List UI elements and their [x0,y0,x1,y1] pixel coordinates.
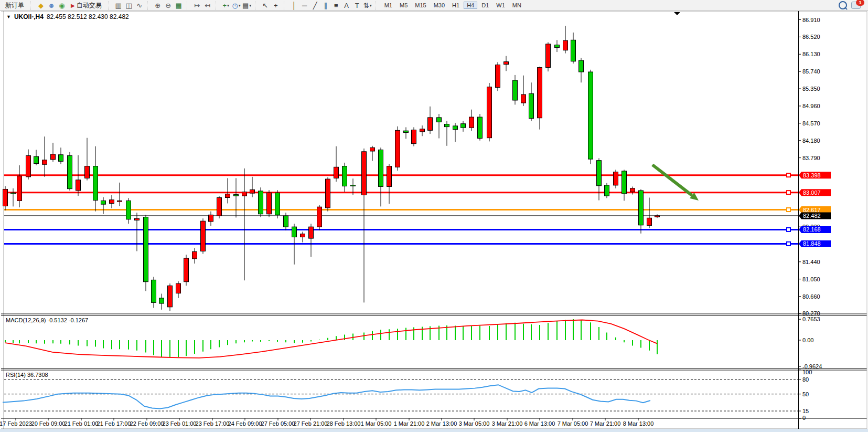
svg-text:28 Feb 13:00: 28 Feb 13:00 [327,420,361,427]
notification-badge: 1 [856,0,864,6]
toolbar-separator [108,2,111,9]
svg-text:7 Mar 21:00: 7 Mar 21:00 [590,420,621,427]
tile-windows-icon[interactable]: ▦ [174,1,184,10]
toolbar-separator [187,2,190,9]
line-chart-icon[interactable]: ∿ [135,1,144,10]
svg-text:81.050: 81.050 [802,276,820,282]
timeframe-h1-button[interactable]: H1 [449,2,463,9]
svg-text:23 Feb 17:00: 23 Feb 17:00 [196,420,230,427]
svg-text:83.790: 83.790 [802,155,820,161]
svg-text:20 Feb 09:00: 20 Feb 09:00 [31,420,66,427]
svg-text:21 Feb 01:00: 21 Feb 01:00 [65,420,99,427]
svg-text:86.520: 86.520 [802,34,820,40]
toolbar-separator [147,2,151,9]
symbol-period-label: UKOil-,H4 [14,13,44,20]
svg-text:82.482: 82.482 [803,213,821,219]
timeframe-w1-button[interactable]: W1 [493,2,508,9]
vertical-line-icon[interactable]: │ [290,1,299,10]
timeframe-m1-button[interactable]: M1 [381,2,395,9]
svg-text:27 Feb 05:00: 27 Feb 05:00 [261,420,295,427]
toolbar-separator [376,2,379,9]
period-icon-caret[interactable]: ▾ [239,1,241,10]
status-strip [0,429,868,432]
price-chart-canvas[interactable]: 86.91086.52086.13085.74085.35084.96084.5… [0,0,868,432]
main-toolbar: 新订单◆☻◉▶自动交易▥◫∿⊕⊖▦↦↤+▾◷▾▤▾↖+│─╱∥≡AT⇅▾M1M5… [0,0,868,11]
ohlc-quote-label: 82.455 82.512 82.430 82.482 [47,13,129,20]
new-order-button[interactable]: 新订单 [2,1,27,10]
symbol-dropdown-icon[interactable]: ▼ [6,14,11,19]
bar-chart-icon[interactable]: ▥ [114,1,123,10]
svg-text:3 Mar 21:00: 3 Mar 21:00 [492,420,523,427]
arrows-icon[interactable]: ⇅▾ [363,1,372,10]
svg-text:84.180: 84.180 [802,138,820,144]
timeframe-d1-button[interactable]: D1 [478,2,492,9]
svg-text:86.910: 86.910 [802,17,820,23]
svg-text:100: 100 [802,369,812,375]
zoom-in-icon[interactable]: ⊕ [153,1,163,10]
template-icon-caret[interactable]: ▾ [249,1,251,10]
svg-text:0.7653: 0.7653 [802,316,820,322]
auto-trading-button-label: 自动交易 [77,1,102,10]
svg-text:85.350: 85.350 [802,86,820,92]
svg-text:27 Feb 21:00: 27 Feb 21:00 [294,420,328,427]
gold-icon[interactable]: ◆ [36,1,46,10]
cursor-icon[interactable]: ↖ [261,1,270,10]
trendline-icon[interactable]: ╱ [310,1,320,10]
svg-text:86.130: 86.130 [802,51,820,57]
svg-text:84.960: 84.960 [802,103,820,109]
svg-text:83.007: 83.007 [803,189,821,196]
svg-text:82.617: 82.617 [803,207,821,213]
candlestick-icon[interactable]: ◫ [124,1,134,10]
crosshair-icon[interactable]: + [271,1,281,10]
timeframe-h4-button[interactable]: H4 [464,2,477,9]
auto-scroll-icon[interactable]: ↦ [192,1,202,10]
timeframe-m30-button[interactable]: M30 [431,2,448,9]
auto-trading-icon: ▶ [71,3,75,8]
signal-icon[interactable]: ◉ [57,1,67,10]
channel-icon[interactable]: ∥ [321,1,330,10]
timeframe-m5-button[interactable]: M5 [397,2,411,9]
svg-text:7 Mar 05:00: 7 Mar 05:00 [558,420,588,427]
text-icon[interactable]: A [342,1,351,10]
chart-shift-icon[interactable]: ↤ [203,1,212,10]
toolbar-separator [30,2,34,9]
toolbar-separator [284,2,287,9]
template-icon[interactable]: ▤▾ [242,1,252,10]
macd-indicator-label: MACD(12,26,9) -0.5132 -0.1267 [6,317,88,323]
svg-text:1 Mar 21:00: 1 Mar 21:00 [394,420,425,427]
svg-text:85.740: 85.740 [802,68,820,75]
arrows-icon-caret[interactable]: ▾ [370,1,372,10]
notifications-icon[interactable]: 1 [851,2,861,9]
svg-text:2 Mar 13:00: 2 Mar 13:00 [426,420,457,427]
svg-text:17 Feb 2023: 17 Feb 2023 [0,420,32,427]
auto-trading-button[interactable]: ▶自动交易 [68,1,105,10]
horizontal-line-icon[interactable]: ─ [300,1,309,10]
period-icon[interactable]: ◷▾ [232,1,241,10]
fibonacci-icon[interactable]: ≡ [331,1,341,10]
svg-text:81.848: 81.848 [803,240,821,247]
svg-text:15: 15 [802,408,809,414]
svg-text:3 Mar 05:00: 3 Mar 05:00 [459,420,490,427]
new-chart-icon-caret[interactable]: ▾ [227,1,229,10]
search-icon[interactable] [839,1,847,9]
svg-text:80.660: 80.660 [802,293,820,300]
timeframe-mn-button[interactable]: MN [509,2,524,9]
chart-title-row: ▼ UKOil-,H4 82.455 82.512 82.430 82.482 [6,13,129,20]
svg-text:6 Mar 13:00: 6 Mar 13:00 [524,420,555,427]
svg-text:1 Mar 05:00: 1 Mar 05:00 [361,420,392,427]
new-chart-icon[interactable]: +▾ [221,1,231,10]
rsi-indicator-label: RSI(14) 36.7308 [6,372,48,378]
zoom-out-icon[interactable]: ⊖ [164,1,173,10]
svg-text:21 Feb 17:00: 21 Feb 17:00 [97,420,131,427]
profile-icon[interactable]: ☻ [47,1,56,10]
svg-text:8 Mar 13:00: 8 Mar 13:00 [623,420,654,427]
svg-text:23 Feb 01:00: 23 Feb 01:00 [163,420,197,427]
svg-text:82.168: 82.168 [803,226,821,233]
text-label-icon[interactable]: T [352,1,362,10]
toolbar-separator [216,2,219,9]
svg-text:22 Feb 09:00: 22 Feb 09:00 [130,420,164,427]
new-order-button-label: 新订单 [5,1,24,10]
svg-text:81.440: 81.440 [802,259,820,265]
timeframe-m15-button[interactable]: M15 [412,2,429,9]
svg-text:50: 50 [802,391,809,397]
